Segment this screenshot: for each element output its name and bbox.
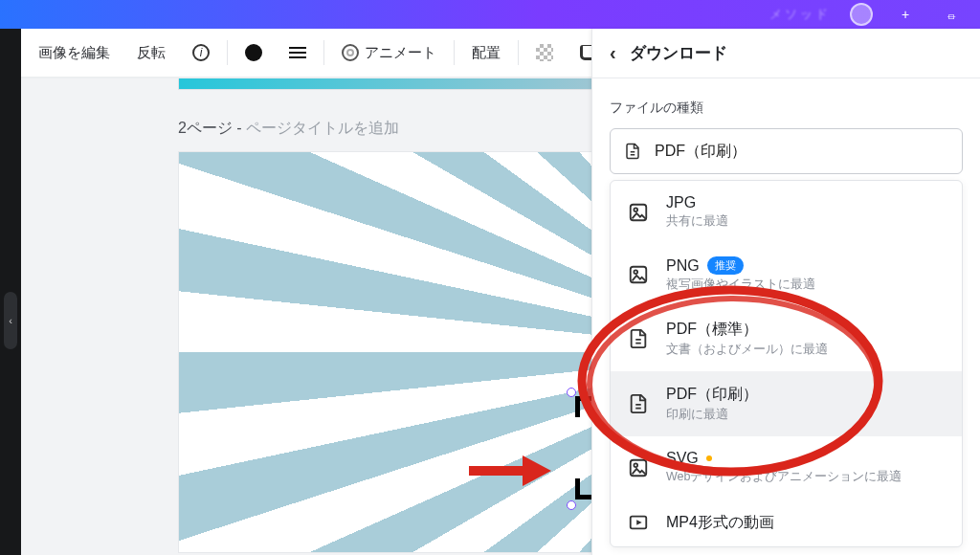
option-png[interactable]: PNG推奨 複写画像やイラストに最適 bbox=[611, 243, 962, 306]
page-title-row[interactable]: 2ページ - ページタイトルを追加 bbox=[178, 119, 399, 139]
app-title-bar: メソッド + ⏛ bbox=[0, 0, 980, 29]
option-name: PNG推奨 bbox=[666, 256, 815, 275]
option-desc: 共有に最適 bbox=[666, 213, 728, 230]
color-dot-icon bbox=[245, 44, 262, 61]
svg-point-5 bbox=[634, 463, 637, 467]
option-jpg[interactable]: JPG 共有に最適 bbox=[611, 181, 962, 243]
panel-title: ダウンロード bbox=[630, 42, 727, 64]
recommended-badge: 推奨 bbox=[707, 256, 744, 275]
svg-point-1 bbox=[634, 208, 637, 211]
animate-button[interactable]: アニメート bbox=[328, 35, 450, 70]
file-type-select[interactable]: PDF（印刷） bbox=[610, 128, 963, 174]
separator bbox=[454, 40, 455, 65]
info-button[interactable]: i bbox=[179, 35, 223, 70]
animate-icon bbox=[342, 44, 359, 61]
back-button[interactable]: ‹ bbox=[610, 42, 616, 64]
separator bbox=[518, 40, 519, 65]
file-icon bbox=[628, 393, 649, 414]
image-icon bbox=[628, 457, 649, 478]
option-pdf-print[interactable]: PDF（印刷） 印刷に最適 bbox=[611, 371, 962, 436]
page-title-placeholder[interactable]: ページタイトルを追加 bbox=[246, 120, 399, 136]
option-svg[interactable]: SVG Webデザインおよびアニメーションに最適 bbox=[611, 436, 962, 499]
page-number: 2ページ - bbox=[178, 120, 246, 136]
flip-button[interactable]: 反転 bbox=[123, 35, 179, 70]
file-icon bbox=[628, 328, 649, 349]
option-desc: 印刷に最適 bbox=[666, 407, 758, 423]
annotation-arrow bbox=[467, 454, 553, 488]
plus-button[interactable]: + bbox=[892, 5, 919, 24]
option-name: PDF（印刷） bbox=[666, 385, 758, 405]
file-type-label: ファイルの種類 bbox=[610, 100, 963, 117]
resize-handle[interactable] bbox=[567, 500, 576, 510]
resize-handle[interactable] bbox=[567, 388, 576, 397]
avatar[interactable] bbox=[850, 3, 873, 26]
separator bbox=[323, 40, 324, 65]
chart-button[interactable]: ⏛ bbox=[938, 5, 965, 24]
rail-expand-handle[interactable]: ‹ bbox=[4, 292, 17, 349]
edit-image-button[interactable]: 画像を編集 bbox=[25, 35, 123, 70]
file-type-dropdown: JPG 共有に最適 PNG推奨 複写画像やイラストに最適 PDF（標準） 文書（… bbox=[610, 180, 963, 547]
option-pdf-standard[interactable]: PDF（標準） 文書（およびメール）に最適 bbox=[611, 306, 962, 371]
layout-button[interactable]: 配置 bbox=[458, 35, 514, 70]
border-style-button[interactable] bbox=[276, 35, 320, 70]
file-icon bbox=[624, 143, 641, 160]
option-name: JPG bbox=[666, 194, 728, 211]
option-name: SVG bbox=[666, 450, 902, 467]
fill-color-button[interactable] bbox=[232, 35, 276, 70]
option-name: MP4形式の動画 bbox=[666, 513, 774, 533]
animate-label: アニメート bbox=[365, 44, 436, 62]
left-rail: ‹ bbox=[0, 29, 21, 555]
download-panel: ‹ ダウンロード ファイルの種類 PDF（印刷） JPG 共有に最適 PNG推奨… bbox=[591, 29, 980, 555]
lines-icon bbox=[289, 47, 306, 58]
option-desc: 文書（およびメール）に最適 bbox=[666, 342, 828, 358]
image-icon bbox=[628, 202, 649, 223]
svg-point-3 bbox=[634, 270, 637, 274]
transparency-icon bbox=[536, 44, 553, 61]
panel-header: ‹ ダウンロード bbox=[592, 29, 980, 78]
transparency-button[interactable] bbox=[523, 35, 567, 70]
image-icon bbox=[628, 264, 649, 285]
blurred-menu-text: メソッド bbox=[769, 6, 831, 23]
separator bbox=[227, 40, 228, 65]
file-type-selected: PDF（印刷） bbox=[655, 142, 746, 162]
info-icon: i bbox=[192, 44, 210, 61]
option-desc: 複写画像やイラストに最適 bbox=[666, 277, 815, 293]
pro-dot-icon bbox=[706, 455, 712, 461]
video-icon bbox=[628, 512, 649, 533]
option-desc: Webデザインおよびアニメーションに最適 bbox=[666, 469, 902, 485]
option-name: PDF（標準） bbox=[666, 320, 828, 340]
option-mp4[interactable]: MP4形式の動画 bbox=[611, 499, 962, 546]
